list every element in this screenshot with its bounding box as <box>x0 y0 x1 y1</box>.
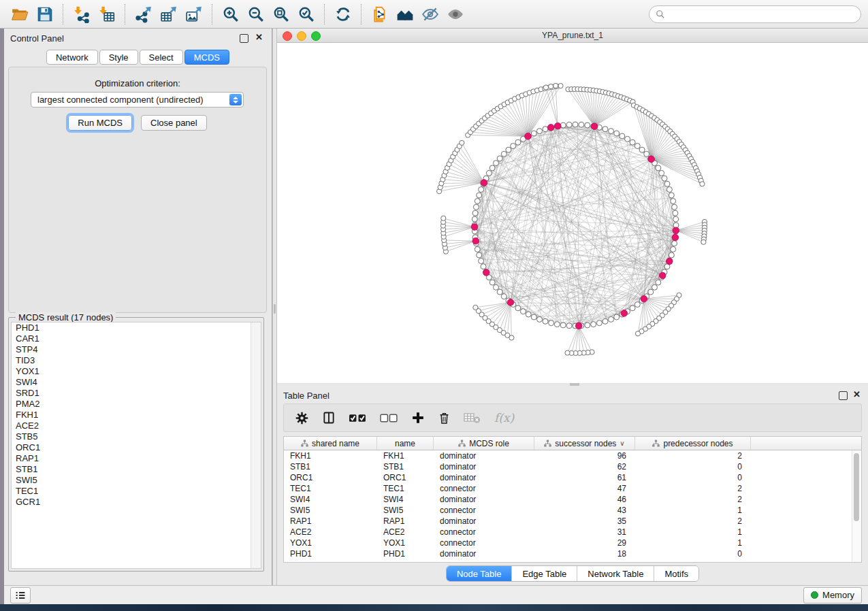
close-window-icon[interactable] <box>283 31 292 41</box>
select-all-rows-button[interactable] <box>349 412 367 424</box>
open-file-button[interactable] <box>7 3 32 26</box>
minimize-window-icon[interactable] <box>297 31 306 41</box>
tab-edge-table[interactable]: Edge Table <box>511 566 577 581</box>
export-network-button[interactable] <box>131 3 156 26</box>
mcds-result-item[interactable]: ORC1 <box>12 442 261 453</box>
optimization-criterion-select[interactable]: largest connected component (undirected) <box>31 92 244 108</box>
apply-layout-button[interactable] <box>330 3 355 26</box>
table-row[interactable]: YOX1YOX1connector291 <box>284 538 861 548</box>
tab-motifs[interactable]: Motifs <box>654 566 698 581</box>
deselect-all-rows-button[interactable] <box>380 412 398 424</box>
zoom-in-button[interactable] <box>218 3 243 26</box>
network-graph[interactable] <box>277 43 868 383</box>
scrollbar-thumb[interactable] <box>854 453 859 521</box>
table-row[interactable]: SWI4SWI4dominator462 <box>284 494 861 505</box>
table-row[interactable]: FKH1FKH1dominator962 <box>284 450 861 461</box>
import-table-button[interactable] <box>94 3 119 26</box>
cell-predecessor-nodes: 0 <box>635 462 751 472</box>
table-row[interactable]: RAP1RAP1dominator352 <box>284 516 861 527</box>
save-session-button[interactable] <box>32 3 57 26</box>
close-panel-icon[interactable]: ✕ <box>853 390 861 399</box>
first-neighbors-button[interactable] <box>392 3 417 26</box>
mcds-result-item[interactable]: GCR1 <box>12 497 261 508</box>
cell-successor-nodes: 46 <box>534 495 635 504</box>
cell-successor-nodes: 47 <box>534 484 635 493</box>
vertical-splitter[interactable] <box>272 29 277 585</box>
cell-predecessor-nodes: 2 <box>635 516 751 526</box>
mcds-result-item[interactable]: FKH1 <box>12 410 261 420</box>
table-row[interactable]: STB1STB1dominator620 <box>284 461 861 472</box>
run-mcds-button[interactable]: Run MCDS <box>68 115 132 131</box>
toolbar-separator <box>125 4 125 24</box>
cell-MCDS-role: dominator <box>434 516 534 526</box>
tab-network[interactable]: Network <box>46 50 98 65</box>
maximize-window-icon[interactable] <box>311 31 321 41</box>
column-header-name[interactable]: name <box>377 437 434 450</box>
close-panel-button[interactable]: Close panel <box>141 115 207 131</box>
create-column-button[interactable] <box>411 411 425 425</box>
cell-MCDS-role: dominator <box>434 451 534 461</box>
close-panel-icon[interactable]: ✕ <box>255 33 263 42</box>
mcds-result-item[interactable]: CAR1 <box>12 333 261 344</box>
toolbar-separator <box>324 4 325 24</box>
show-all-button[interactable] <box>443 3 468 26</box>
table-scrollbar[interactable] <box>852 450 861 562</box>
zoom-fit-button[interactable] <box>268 3 293 26</box>
zoom-selected-button[interactable] <box>293 3 319 26</box>
column-header-successor-nodes[interactable]: successor nodes∨ <box>534 437 635 450</box>
import-network-button[interactable] <box>69 3 94 26</box>
network-window-titlebar[interactable]: YPA_prune.txt_1 <box>277 29 868 43</box>
trash-icon <box>438 411 451 425</box>
delete-column-button[interactable] <box>438 411 451 425</box>
table-row[interactable]: PHD1PHD1dominator180 <box>284 548 861 559</box>
table-row[interactable]: ACE2ACE2connector311 <box>284 527 861 538</box>
tab-style[interactable]: Style <box>99 50 138 65</box>
mcds-result-item[interactable]: STB1 <box>12 464 261 475</box>
tab-network-table[interactable]: Network Table <box>577 566 654 581</box>
table-row[interactable]: ORC1ORC1dominator610 <box>284 472 861 483</box>
mcds-result-item[interactable]: PMA2 <box>12 399 261 410</box>
tab-mcds[interactable]: MCDS <box>184 50 229 65</box>
table-settings-button[interactable] <box>295 411 309 425</box>
mcds-result-list[interactable]: PHD1CAR1STP4TID3YOX1SWI4SRD1PMA2FKH1ACE2… <box>11 322 261 569</box>
list-scrollbar[interactable] <box>251 323 261 568</box>
column-header-predecessor-nodes[interactable]: predecessor nodes <box>635 437 751 450</box>
memory-button[interactable]: Memory <box>803 587 862 604</box>
export-table-button[interactable] <box>156 3 181 26</box>
mcds-result-item[interactable]: STB5 <box>12 431 261 442</box>
clone-network-button[interactable] <box>367 3 392 26</box>
export-image-button[interactable] <box>181 3 206 26</box>
column-header-shared-name[interactable]: shared name <box>284 437 377 450</box>
column-header-MCDS-role[interactable]: MCDS role <box>434 437 534 450</box>
mcds-result-item[interactable]: SWI5 <box>12 475 261 486</box>
cell-shared-name: RAP1 <box>284 516 377 526</box>
cell-predecessor-nodes: 1 <box>635 538 751 548</box>
tab-node-table[interactable]: Node Table <box>447 566 512 581</box>
float-window-icon[interactable] <box>839 391 848 400</box>
search-input[interactable] <box>669 8 854 20</box>
mcds-result-item[interactable]: TID3 <box>12 355 261 366</box>
mcds-result-item[interactable]: STP4 <box>12 344 261 355</box>
network-window-title: YPA_prune.txt_1 <box>542 31 603 40</box>
float-window-icon[interactable] <box>240 34 248 43</box>
show-columns-button[interactable] <box>322 411 336 425</box>
zoom-out-button[interactable] <box>243 3 268 26</box>
mcds-result-item[interactable]: PHD1 <box>12 323 261 333</box>
table-row[interactable]: SWI5SWI5connector431 <box>284 505 861 516</box>
hide-selected-button[interactable] <box>417 3 443 26</box>
cell-successor-nodes: 29 <box>534 538 635 548</box>
tab-select[interactable]: Select <box>140 50 183 65</box>
cell-shared-name: SWI5 <box>284 506 377 515</box>
mcds-result-item[interactable]: SRD1 <box>12 388 261 399</box>
cell-MCDS-role: connector <box>434 506 534 515</box>
mcds-result-item[interactable]: YOX1 <box>12 366 261 377</box>
search-box[interactable] <box>649 5 861 23</box>
network-canvas[interactable] <box>277 43 868 383</box>
mcds-result-item[interactable]: SWI4 <box>12 377 261 388</box>
splitter-grip[interactable] <box>274 304 276 314</box>
mcds-result-item[interactable]: TEC1 <box>12 486 261 497</box>
table-row[interactable]: TEC1TEC1connector472 <box>284 483 861 494</box>
show-panels-menu-button[interactable] <box>10 587 31 604</box>
mcds-result-item[interactable]: RAP1 <box>12 453 261 464</box>
mcds-result-item[interactable]: ACE2 <box>12 420 261 431</box>
